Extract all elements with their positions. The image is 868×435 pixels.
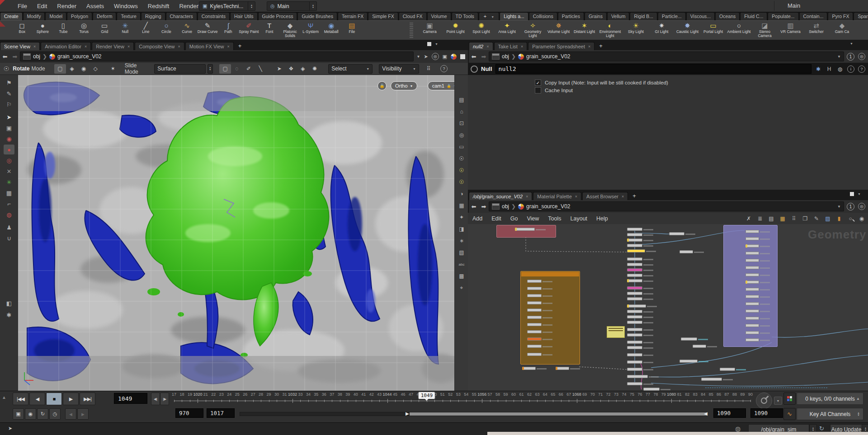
follow-target-icon[interactable]: ◎ [432,53,439,60]
network-menu-tools[interactable]: Tools [543,215,566,222]
no-lights-icon[interactable]: ☉ [456,154,467,164]
shelf-tool-draw-curve[interactable]: ✎Draw Curve [197,21,218,40]
current-frame-flag[interactable]: 1049 [418,392,436,399]
shelf-tool-geometry-light[interactable]: ✧Geometry Light [520,21,546,40]
shelf-tool-torus[interactable]: ◎Torus [74,21,94,40]
headlight-icon[interactable]: ☉ [456,165,467,175]
network-node[interactable] [745,266,759,269]
next-key-button[interactable]: ► [77,408,89,420]
output-group-box[interactable] [723,225,778,347]
new-tab-button[interactable]: + [629,192,640,200]
hand-tool-icon[interactable]: ✱ [4,310,14,320]
shelf-tab-rigid-b-[interactable]: Rigid B... [630,12,657,20]
network-node[interactable] [627,279,642,282]
shelf-tab-particles[interactable]: Particles [558,12,584,20]
texture-icon[interactable]: ▩ [456,271,467,281]
camera-pill[interactable]: cam1 🔒▼ [428,81,454,90]
shelf-tool-l-system[interactable]: ΨL-System [300,21,321,40]
pane-tab-composite-view[interactable]: Composite View× [135,42,184,50]
shelf-tab-model[interactable]: Model [45,12,66,20]
shelf-tab-characters[interactable]: Characters [166,12,197,20]
shelf-tool-switcher[interactable]: ⇄Switcher [803,21,829,40]
visibility-dropdown[interactable]: Visibility ▼ [379,64,419,74]
network-node[interactable] [627,304,646,308]
projection-pill[interactable]: Ortho▼ [391,81,417,90]
shelf-tab-texture[interactable]: Texture [117,12,140,20]
network-node[interactable] [627,341,642,344]
smooth-shade-icon[interactable]: ▦ [456,201,467,210]
network-node[interactable] [627,360,642,364]
paint-tool-icon[interactable]: ◧ [4,298,14,308]
shelf-tool-circle[interactable]: ○Circle [156,21,177,40]
shelf-tab-viscous-[interactable]: Viscous... [686,12,715,20]
desktop-tab-main[interactable]: Main [788,2,800,9]
shelf-tool-vr-camera[interactable]: ▥VR Camera [778,21,803,40]
network-node[interactable] [627,244,642,247]
go-start-button[interactable]: |◀◀ [13,393,28,405]
network-boxes-icon[interactable]: ❐ [802,215,809,222]
follow-target-icon[interactable]: ◎ [858,53,865,60]
network-node[interactable] [627,328,642,331]
viewport-lock-icon[interactable]: 🔒 [377,81,387,90]
shelf-tab-terrain-fx[interactable]: Terrain FX [338,12,368,20]
crosshair-icon[interactable]: ⌖ [456,283,467,293]
tool-mode-label[interactable]: Mode [32,65,45,72]
pin-outline-tool-icon[interactable]: ◎ [4,155,14,165]
network-node[interactable] [627,249,645,253]
network-node[interactable] [627,315,642,318]
network-node[interactable] [720,368,735,371]
shelf-tool-point-light[interactable]: ✹Point Light [443,21,468,40]
gallery-icon[interactable]: ◍ [836,66,844,72]
network-node[interactable] [745,331,759,334]
range-start-field[interactable]: 1017 [207,408,235,418]
realtime-button[interactable]: ◷ [49,408,61,420]
snap-options-icon[interactable]: ∗ [456,236,467,246]
network-menu-view[interactable]: View [522,215,543,222]
shelf-tab-populate-[interactable]: Populate... [768,12,798,20]
network-path-field[interactable]: obj ❯ grain_source_V02 ▼ [489,201,844,211]
keyframe-scope-button[interactable] [783,393,796,405]
normal-lights-icon[interactable]: ☉ [456,177,467,187]
global-end-field[interactable]: 1090 [750,408,783,418]
select-contiguous-icon[interactable]: ✺ [309,64,321,74]
link-badge-icon[interactable]: 1 [847,203,854,210]
display-points-icon[interactable]: ✦ [456,212,467,222]
shelf-tab-simple-fx[interactable]: Simple FX [368,12,398,20]
network-node[interactable] [527,337,542,341]
network-node[interactable] [527,345,542,348]
global-start-field[interactable]: 970 [175,408,203,418]
spray-tool-icon[interactable]: ✳ [4,177,14,187]
pane-menu-icon[interactable]: ▼ [435,42,438,46]
shelf-tool-line[interactable]: ╱Line [136,21,156,40]
hscript-icon[interactable]: H [826,66,833,72]
network-node[interactable] [627,297,642,300]
network-node[interactable] [527,309,542,312]
timeline-ruler[interactable]: 1718191020212223242526272829303110323334… [174,392,750,406]
view-pivot-icon[interactable]: ◎ [456,130,467,140]
show-points-icon[interactable]: ◈ [66,64,78,74]
network-node[interactable] [643,388,660,391]
network-menu-help[interactable]: Help [592,215,613,222]
shadows-icon[interactable]: ◑ [456,189,467,199]
close-tab-icon[interactable]: × [85,44,87,49]
menu-file[interactable]: File [14,1,31,11]
shelf-tool-sphere[interactable]: ●Sphere [33,21,53,40]
path-node[interactable]: grain_source_V02 [526,203,570,210]
path-node[interactable]: grain_source_V02 [57,53,101,60]
playbar-pane-icon[interactable]: ▲ [2,395,6,400]
snapping-icon[interactable]: ✶ [108,64,118,74]
new-tab-button[interactable]: + [235,42,245,50]
range-end-handle[interactable]: ◀ [704,411,708,416]
network-editor[interactable]: Geometry [468,224,868,391]
network-node[interactable] [627,353,642,356]
desktop-spinner[interactable]: ▴▾ [248,1,255,11]
network-node[interactable] [527,280,542,283]
shelf-tab-create[interactable]: Create [0,12,23,20]
network-node[interactable] [627,268,642,271]
network-node[interactable] [515,228,535,231]
select-dropdown[interactable]: Select ▼ [328,64,373,74]
shelf-tool-sky-light[interactable]: ☀Sky Light [623,21,649,40]
network-node[interactable] [627,239,642,242]
network-menu-go[interactable]: Go [506,215,523,222]
shelf-tab-grains[interactable]: Grains [585,12,607,20]
